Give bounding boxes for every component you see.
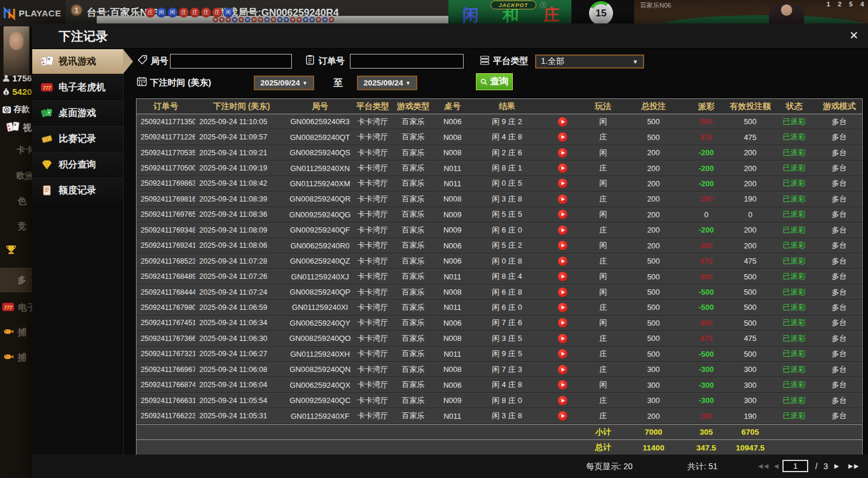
prev-page-button[interactable]: ◄	[772, 462, 778, 470]
rail-item-7[interactable]: 777电子	[1, 301, 32, 315]
slots-icon: 777	[1, 301, 15, 315]
order-id-cell: 250924117692410	[137, 238, 195, 253]
bet-type-cell: 庄	[583, 408, 623, 423]
mode-cell: 多台	[816, 192, 862, 206]
round-id-cell: GN011259240XM	[288, 176, 352, 191]
result-cell: 闲 8 庄 1	[472, 161, 542, 175]
table-no-cell: N006	[433, 377, 472, 392]
sidebar-item-0[interactable]: K♥9视讯游戏	[32, 49, 123, 74]
replay-play-button[interactable]	[558, 148, 567, 158]
rail-item-4[interactable]: 竞	[18, 221, 32, 232]
date-to-select[interactable]: 2025/09/24 ▼	[357, 76, 417, 90]
replay-play-button[interactable]	[558, 241, 567, 250]
svg-text:$: $	[6, 107, 8, 111]
play-icon	[561, 306, 565, 309]
replay-play-button[interactable]	[558, 318, 567, 327]
table-no-cell: N008	[433, 129, 472, 144]
pagination-bar: 每页显示: 20 共计: 51 ◄◄ ◄ / 3 ► ►►	[32, 455, 868, 478]
bet-time-cell: 2025-09-24 11:06:08	[195, 362, 288, 377]
sidebar-item-3[interactable]: 比赛记录	[32, 126, 123, 151]
sidebar-item-5[interactable]: 额度记录	[32, 177, 123, 203]
countdown-value: 15	[592, 4, 610, 22]
play-icon	[561, 321, 565, 325]
result-cell: 闲 0 庄 5	[472, 176, 542, 191]
replay-play-button[interactable]	[558, 257, 567, 266]
result-cell: 闲 8 庄 0	[472, 393, 542, 408]
replay-play-button[interactable]	[558, 365, 567, 374]
rail-item-8[interactable]: 捕	[2, 326, 32, 339]
replay-play-button[interactable]	[558, 380, 567, 390]
bet-time-cell: 2025-09-24 11:06:34	[195, 316, 288, 330]
rail-item-1[interactable]: 卡卡	[16, 145, 32, 156]
round-id-cell: GN011259240XN	[288, 161, 352, 175]
grand-total-label: 总计	[583, 440, 623, 455]
replay-cell	[542, 238, 583, 253]
bet-time-cell: 2025-09-24 11:07:26	[195, 269, 288, 284]
order-input[interactable]	[350, 54, 464, 69]
replay-play-button[interactable]	[558, 226, 567, 235]
first-page-button[interactable]: ◄◄	[757, 462, 768, 470]
rail-item-0[interactable]: K♥9视	[6, 120, 32, 136]
per-page-label: 每页显示: 20	[586, 462, 632, 472]
replay-play-button[interactable]	[558, 272, 567, 281]
replay-play-button[interactable]	[558, 411, 567, 421]
sidebar-item-label: 视讯游戏	[59, 56, 96, 68]
cards-icon: K♥9	[6, 120, 20, 136]
rail-item-3[interactable]: 色	[18, 196, 32, 207]
replay-play-button[interactable]	[558, 303, 567, 312]
replay-play-button[interactable]	[558, 117, 567, 127]
status-cell: 已派彩	[772, 331, 816, 346]
bead-dot	[316, 17, 321, 22]
left-rail: 1756 $ 5420 $ 存款 K♥9视卡卡欧洲色竞多777电子捕捕	[0, 26, 32, 478]
trophy-icon	[5, 243, 18, 258]
user-avatar[interactable]	[4, 26, 29, 76]
sidebar-item-4[interactable]: 积分查询	[32, 152, 123, 177]
next-page-button[interactable]: ►	[833, 462, 839, 470]
rail-item-6[interactable]: 多	[0, 268, 32, 292]
search-button[interactable]: 查询	[476, 73, 513, 90]
round-id-cell: GN009259240QG	[288, 207, 352, 222]
replay-play-button[interactable]	[558, 396, 567, 405]
column-header: 桌号	[433, 99, 472, 114]
round-id-cell: GN008259240QP	[288, 285, 352, 299]
jackpot-help-icon[interactable]: ?	[540, 2, 546, 8]
bead-dot	[322, 17, 328, 22]
replay-play-button[interactable]	[558, 194, 567, 204]
play-icon	[561, 244, 565, 247]
round-input[interactable]	[170, 54, 292, 69]
sidebar-item-1[interactable]: 777电子老虎机	[32, 74, 123, 100]
replay-play-button[interactable]	[558, 349, 567, 358]
table-row: 2509241176852302025-09-24 11:07:28GN0062…	[137, 254, 862, 269]
payout-cell: -500	[684, 285, 729, 299]
payout-cell: 500	[684, 316, 729, 330]
order-id-cell: 250924117697650	[137, 207, 195, 222]
replay-play-button[interactable]	[558, 132, 567, 142]
last-page-button[interactable]: ►►	[847, 462, 859, 470]
sidebar-item-2[interactable]: 桌面游戏	[32, 100, 123, 125]
play-icon	[561, 228, 565, 232]
game-type-cell: 百家乐	[393, 176, 433, 191]
table-no-cell: N011	[433, 269, 472, 284]
rail-item-2[interactable]: 欧洲	[16, 170, 32, 182]
result-cell: 闲 3 庄 8	[472, 192, 542, 206]
rail-item-5[interactable]	[5, 243, 32, 258]
close-icon[interactable]: ✕	[849, 29, 859, 42]
replay-play-button[interactable]	[558, 288, 567, 297]
order-id-cell: 250924117666319	[137, 393, 195, 408]
page-input[interactable]	[782, 460, 808, 472]
replay-play-button[interactable]	[558, 163, 567, 173]
platform-cell: 卡卡湾厅	[352, 161, 393, 175]
rail-item-9[interactable]: 捕	[2, 351, 32, 364]
date-from-select[interactable]: 2025/09/24 ▼	[254, 76, 314, 90]
payout-cell: 190	[684, 192, 729, 206]
status-cell: 已派彩	[772, 254, 816, 268]
deposit-item[interactable]: $ 存款	[2, 104, 30, 115]
platform-select[interactable]: 1.全部 ▼	[535, 54, 644, 69]
replay-play-button[interactable]	[558, 179, 567, 188]
game-type-cell: 百家乐	[393, 362, 433, 377]
payout-cell: -200	[684, 145, 729, 160]
valid-bet-cell: 500	[729, 347, 772, 361]
replay-play-button[interactable]	[558, 334, 567, 343]
replay-play-button[interactable]	[558, 210, 567, 219]
status-cell: 已派彩	[772, 377, 816, 392]
